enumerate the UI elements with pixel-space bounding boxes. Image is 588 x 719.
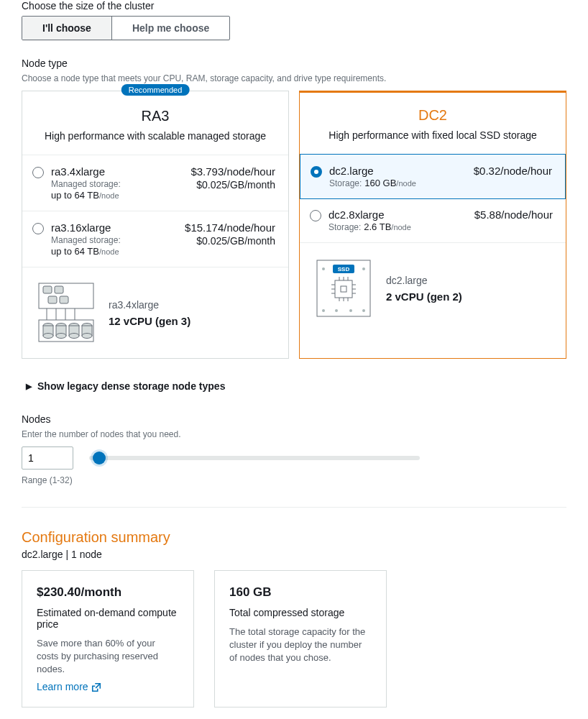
storage-label: Storage:: [329, 178, 362, 188]
slider-thumb[interactable]: [93, 452, 106, 464]
option-price: $0.32/node/hour: [474, 165, 552, 177]
svg-point-18: [69, 334, 79, 339]
svg-point-25: [362, 267, 365, 270]
option-price: $15.174/node/hour: [185, 221, 275, 234]
storage-note: The total storage capacity for the clust…: [229, 626, 372, 665]
svg-rect-27: [341, 286, 346, 292]
external-link-icon: [91, 681, 101, 692]
option-name: ra3.4xlarge: [51, 165, 183, 178]
summary-title: Configuration summary: [22, 529, 566, 546]
dc2-column: DC2 High performance with fixed local SS…: [299, 91, 566, 359]
svg-rect-4: [60, 296, 68, 303]
svg-point-43: [362, 309, 365, 312]
recommended-badge: Recommended: [121, 84, 190, 96]
storage-value: up to 64 TB: [51, 190, 99, 201]
svg-rect-2: [55, 286, 63, 293]
option-price2: $0.025/GB/month: [190, 179, 275, 191]
storage-label: Managed storage:: [51, 179, 121, 189]
learn-more-link[interactable]: Learn more: [37, 681, 101, 692]
cost-card: $230.40/month Estimated on-demand comput…: [22, 570, 194, 707]
svg-point-40: [322, 309, 325, 312]
cost-amount: $230.40/month: [37, 585, 179, 600]
option-name: dc2.large: [329, 165, 467, 177]
svg-rect-1: [43, 286, 52, 293]
cost-label: Estimated on-demand compute price: [37, 607, 179, 630]
dc2-title: DC2: [313, 107, 553, 124]
storage-value: 2.6 TB: [364, 221, 391, 232]
svg-point-21: [82, 334, 92, 339]
legacy-toggle-label: Show legacy dense storage node types: [37, 380, 225, 392]
ill-choose-button[interactable]: I'll choose: [22, 17, 111, 40]
storage-value: up to 64 TB: [51, 246, 99, 257]
storage-amount: 160 GB: [229, 585, 372, 600]
storage-suffix: /node: [99, 247, 119, 256]
svg-point-41: [335, 309, 338, 312]
radio-unselected[interactable]: [310, 210, 321, 221]
node-type-desc: Choose a node type that meets your CPU, …: [22, 73, 566, 83]
radio-unselected[interactable]: [32, 167, 44, 178]
dc2-subtitle: High performance with fixed local SSD st…: [313, 129, 553, 141]
option-price2: $0.025/GB/month: [185, 235, 275, 247]
svg-point-12: [43, 334, 53, 339]
cost-note: Save more than 60% of your costs by purc…: [37, 637, 179, 677]
svg-point-15: [56, 334, 66, 339]
legacy-toggle[interactable]: ▶ Show legacy dense storage node types: [26, 380, 566, 392]
node-type-label: Node type: [22, 58, 566, 69]
spec-name: dc2.large: [386, 275, 462, 286]
radio-selected[interactable]: [311, 166, 322, 178]
svg-rect-26: [335, 280, 352, 298]
storage-suffix: /node: [396, 179, 416, 188]
ra3-column: Recommended RA3 High performance with sc…: [22, 91, 289, 359]
ra3-diagram-icon: [35, 280, 97, 345]
nodes-desc: Enter the number of nodes that you need.: [22, 429, 566, 439]
divider: [22, 507, 566, 508]
learn-more-text: Learn more: [37, 681, 88, 692]
caret-right-icon: ▶: [26, 382, 32, 391]
cluster-size-label: Choose the size of the cluster: [22, 0, 566, 12]
dc2-diagram-icon: SSD: [313, 256, 375, 321]
svg-rect-3: [48, 296, 57, 303]
storage-label: Total compressed storage: [229, 607, 372, 618]
option-name: ra3.16xlarge: [51, 221, 178, 234]
svg-point-42: [349, 309, 352, 312]
option-dc2-large[interactable]: dc2.large Storage: 160 GB/node $0.32/nod…: [300, 154, 566, 199]
ra3-title: RA3: [35, 108, 275, 124]
option-price: $3.793/node/hour: [190, 165, 275, 178]
option-name: dc2.8xlarge: [329, 209, 467, 221]
option-dc2-8xlarge[interactable]: dc2.8xlarge Storage: 2.6 TB/node $5.88/n…: [300, 198, 566, 243]
ra3-subtitle: High performance with scalable managed s…: [35, 130, 275, 142]
nodes-range: Range (1-32): [22, 475, 566, 485]
storage-suffix: /node: [99, 191, 119, 200]
radio-unselected[interactable]: [32, 223, 44, 234]
storage-label: Storage:: [329, 222, 361, 232]
spec-cpu: 12 vCPU (gen 3): [109, 315, 190, 327]
cluster-size-segmented: I'll choose Help me choose: [22, 16, 230, 40]
storage-suffix: /node: [391, 223, 411, 232]
ssd-label: SSD: [338, 266, 350, 273]
option-price: $5.88/node/hour: [474, 209, 553, 221]
spec-name: ra3.4xlarge: [109, 299, 190, 311]
nodes-slider[interactable]: [89, 452, 420, 464]
storage-value: 160 GB: [364, 178, 396, 188]
svg-point-24: [322, 267, 325, 270]
help-me-choose-button[interactable]: Help me choose: [111, 17, 229, 40]
summary-subtitle: dc2.large | 1 node: [22, 549, 566, 560]
slider-track: [89, 456, 420, 460]
storage-card: 160 GB Total compressed storage The tota…: [214, 570, 387, 707]
nodes-label: Nodes: [22, 413, 566, 425]
option-ra3-4xlarge[interactable]: ra3.4xlarge Managed storage: up to 64 TB…: [22, 155, 288, 211]
storage-label: Managed storage:: [51, 235, 121, 245]
nodes-input[interactable]: [22, 446, 73, 470]
spec-cpu: 2 vCPU (gen 2): [386, 290, 462, 303]
option-ra3-16xlarge[interactable]: ra3.16xlarge Managed storage: up to 64 T…: [22, 211, 288, 267]
